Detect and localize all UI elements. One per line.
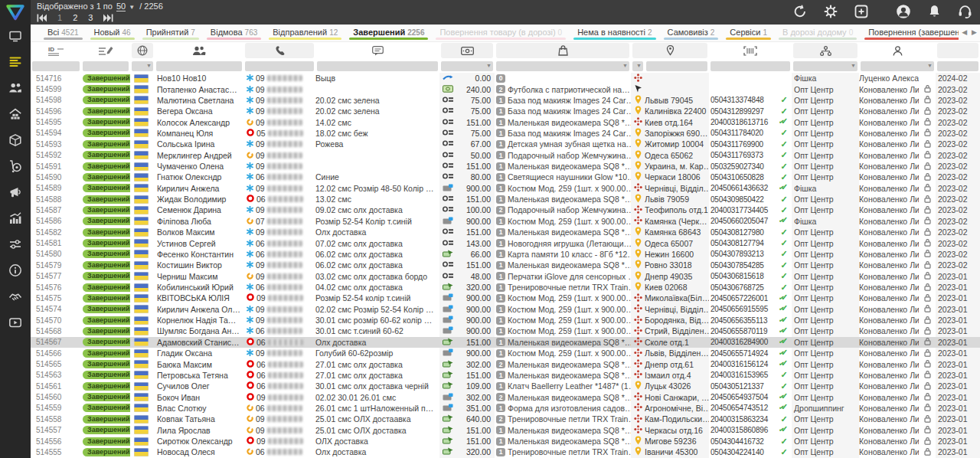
column-header-phone-icon[interactable] bbox=[245, 43, 314, 58]
sidebar-item-warehouse[interactable] bbox=[0, 103, 31, 129]
first-page-icon[interactable] bbox=[37, 14, 47, 22]
column-header-edit-icon[interactable] bbox=[83, 43, 129, 58]
order-row-514716[interactable]: 514716ЗавершенийНов10 Нов1009Выцв0.000Фі… bbox=[31, 73, 980, 83]
tab-5[interactable]: Завершений2256 bbox=[345, 25, 432, 41]
order-row-514594[interactable]: 514594ЗавершенийКомпанец Юля0518.02 смс … bbox=[31, 128, 980, 139]
column-filter-input-6[interactable]: ▼ bbox=[441, 61, 493, 71]
sidebar-item-customers[interactable] bbox=[0, 77, 31, 103]
order-row-514565[interactable]: 514565ЗавершенийБаюка Максим0627.01 смс … bbox=[31, 358, 980, 369]
order-row-514566[interactable]: 514566ЗавершенийГладик Оксана09Голубий 6… bbox=[31, 348, 980, 358]
add-icon[interactable] bbox=[854, 5, 868, 18]
order-row-514568[interactable]: 514568ЗавершенийШумляс Богдана Ан…0630.0… bbox=[31, 326, 980, 336]
order-row-514563[interactable]: 514563ЗавершенийПетровська Тетяна0627.01… bbox=[31, 370, 980, 381]
order-row-514592[interactable]: 514592ЗавершенийМерклингер Андрей0950.00… bbox=[31, 150, 980, 161]
order-row-514555[interactable]: 514555ЗавершенийНовосад Олеся06Олх доста… bbox=[31, 447, 980, 457]
column-filter-input-5[interactable] bbox=[317, 61, 438, 71]
page-number-2[interactable]: 2 bbox=[73, 13, 77, 22]
order-row-514595[interactable]: 514595ЗавершенийКолосок Александр0914.02… bbox=[31, 116, 980, 127]
column-filter-input-8[interactable]: ▼ bbox=[632, 61, 643, 71]
column-header-bag-icon[interactable] bbox=[496, 43, 629, 58]
column-filter-input-2[interactable]: ▼ bbox=[132, 61, 153, 71]
column-header-money-icon[interactable] bbox=[441, 43, 493, 58]
order-row-514570[interactable]: 514570ЗавершенийКорнелюк Надія Та…0930.0… bbox=[31, 315, 980, 326]
order-row-514589[interactable]: 514589ЗавершенийКирилич Анжела0912.02 см… bbox=[31, 183, 980, 194]
tab-7[interactable]: Нема в наявності2 bbox=[570, 25, 659, 41]
order-row-514556[interactable]: 514556ЗавершенийСиротюк Олександр09ОЛХ д… bbox=[31, 436, 980, 447]
column-header-barcode-icon[interactable] bbox=[710, 43, 790, 58]
tab-2[interactable]: Прийнятий7 bbox=[139, 25, 203, 41]
sidebar-item-info[interactable] bbox=[0, 259, 31, 285]
notifications-icon[interactable] bbox=[928, 5, 941, 18]
column-filter-input-9[interactable] bbox=[646, 61, 707, 71]
column-header-id-icon[interactable]: ID bbox=[32, 43, 80, 58]
settings-icon[interactable] bbox=[824, 5, 838, 18]
order-row-514558[interactable]: 514558ЗавершенийКовпак Татьяна0925.01 см… bbox=[31, 414, 980, 424]
column-header-person-icon[interactable] bbox=[861, 43, 934, 58]
order-row-514579[interactable]: 514579ЗавершенийКостишин Виктор0906.02 с… bbox=[31, 260, 980, 270]
order-row-514575[interactable]: 514575ЗавершенийКВІТОВСЬКА ЮЛІЯ09Розмір … bbox=[31, 293, 980, 303]
order-row-514598[interactable]: 514598ЗавершенийМалютина Светлана0920.02… bbox=[31, 95, 980, 106]
sidebar-item-marketing[interactable] bbox=[0, 181, 31, 207]
order-row-514599[interactable]: 514599ЗавершенийПотапенко Анастас…09240.… bbox=[31, 83, 980, 94]
column-filter-input-10[interactable] bbox=[710, 61, 790, 71]
column-filter-input-4[interactable] bbox=[245, 61, 314, 71]
order-row-514567[interactable]: 514567ЗавершенийАдамовский Станис…06Олх … bbox=[31, 337, 980, 348]
tab-9[interactable]: Сервіси1 bbox=[722, 25, 775, 41]
profile-icon[interactable] bbox=[896, 4, 911, 19]
order-row-514593[interactable]: 514593ЗавершенийСольська Ірина09Рожева67… bbox=[31, 139, 980, 149]
sidebar-item-delivery[interactable] bbox=[0, 155, 31, 181]
order-row-514586[interactable]: 514586ЗавершенийФіліпова Люба07Розмір 52… bbox=[31, 216, 980, 227]
column-header-tree-icon[interactable] bbox=[793, 43, 858, 58]
tabs-scroll-right-icon[interactable]: ▶ bbox=[972, 28, 977, 36]
page-number-1[interactable]: 1 bbox=[57, 13, 62, 22]
per-page-select[interactable]: 50 bbox=[116, 2, 126, 11]
sidebar-item-settings[interactable] bbox=[0, 233, 31, 259]
order-row-514577[interactable]: 514577ЗавершенийЧерниш Максим0903.02 смс… bbox=[31, 270, 980, 281]
sidebar-item-orders[interactable] bbox=[0, 51, 31, 77]
sidebar-item-tutorials[interactable] bbox=[0, 311, 31, 337]
order-row-514580[interactable]: 514580ЗавершенийФесенко Константин0606.0… bbox=[31, 249, 980, 260]
order-row-514591[interactable]: 514591ЗавершенийЧумаченко Олена09151.001… bbox=[31, 161, 980, 172]
tab-0[interactable]: Всі4521 bbox=[40, 25, 87, 41]
tab-1[interactable]: Новый46 bbox=[87, 25, 139, 41]
tab-11[interactable]: Повернення (завершений)125 bbox=[861, 25, 959, 41]
order-row-514596[interactable]: 514596ЗавершенийВегера Оксана0920.02 смс… bbox=[31, 106, 980, 116]
sidebar-item-statistics[interactable] bbox=[0, 207, 31, 233]
column-header-globe-icon[interactable] bbox=[132, 43, 153, 58]
sidebar-item-products[interactable] bbox=[0, 129, 31, 155]
tab-8[interactable]: Самовивіз2 bbox=[660, 25, 723, 41]
order-row-514581[interactable]: 514581ЗавершенийУстинов Сергей0607.02 см… bbox=[31, 237, 980, 248]
order-row-514574[interactable]: 514574ЗавершенийКирилич Анжела Ол…0902.0… bbox=[31, 304, 980, 315]
column-filter-input-11[interactable]: ▼ bbox=[793, 61, 858, 71]
column-header-users-icon[interactable] bbox=[156, 43, 242, 58]
order-row-514590[interactable]: 514590ЗавершенийГнатюк Олексндр06Синие80… bbox=[31, 172, 980, 182]
order-row-514559[interactable]: 514559ЗавершенийВлас Слотюу0626.01 смс 1… bbox=[31, 403, 980, 414]
tabs-scroll-left-icon[interactable]: ◀ bbox=[962, 28, 967, 36]
support-icon[interactable] bbox=[958, 5, 972, 18]
last-page-icon[interactable] bbox=[103, 14, 113, 22]
order-row-514561[interactable]: 514561ЗавершенийСучилов Олег0630.01 смс … bbox=[31, 381, 980, 391]
column-filter-input-7[interactable]: ▼ bbox=[496, 61, 629, 71]
column-filter-input-0[interactable] bbox=[32, 61, 80, 71]
order-row-514582[interactable]: 514582ЗавершенийВолков Максим09Олх доста… bbox=[31, 227, 980, 237]
column-header-pin-icon[interactable] bbox=[632, 43, 707, 58]
sidebar-item-dashboard[interactable] bbox=[0, 25, 31, 51]
tab-3[interactable]: Відмова763 bbox=[203, 25, 265, 41]
page-number-3[interactable]: 3 bbox=[88, 13, 93, 22]
column-header-blank[interactable] bbox=[937, 43, 978, 58]
tab-10[interactable]: В дорозі додому0 bbox=[775, 25, 861, 41]
column-filter-input-13[interactable] bbox=[937, 61, 978, 71]
column-header-comment-icon[interactable] bbox=[317, 43, 438, 58]
order-row-514588[interactable]: 514588ЗавершенийЖидак Володимир0613.02 с… bbox=[31, 194, 980, 204]
app-logo-icon[interactable] bbox=[0, 0, 31, 25]
column-filter-input-12[interactable]: ▼ bbox=[861, 61, 934, 71]
column-filter-input-1[interactable] bbox=[83, 61, 129, 71]
order-row-514587[interactable]: 514587ЗавершенийСеменюк Дарина0909.02 см… bbox=[31, 204, 980, 215]
tab-4[interactable]: Відправлений12 bbox=[265, 25, 345, 41]
order-row-514557[interactable]: 514557ЗавершенийЛила Ярослав0925.01 смс … bbox=[31, 425, 980, 436]
column-filter-input-3[interactable] bbox=[156, 61, 242, 71]
refresh-icon[interactable] bbox=[793, 5, 807, 18]
order-row-514560[interactable]: 514560ЗавершенийБокоч Иван0902.02 30.01 … bbox=[31, 391, 980, 402]
sidebar-item-partners[interactable] bbox=[0, 285, 31, 311]
order-row-514576[interactable]: 514576ЗавершенийКобилинський Юрий0604.02… bbox=[31, 282, 980, 293]
